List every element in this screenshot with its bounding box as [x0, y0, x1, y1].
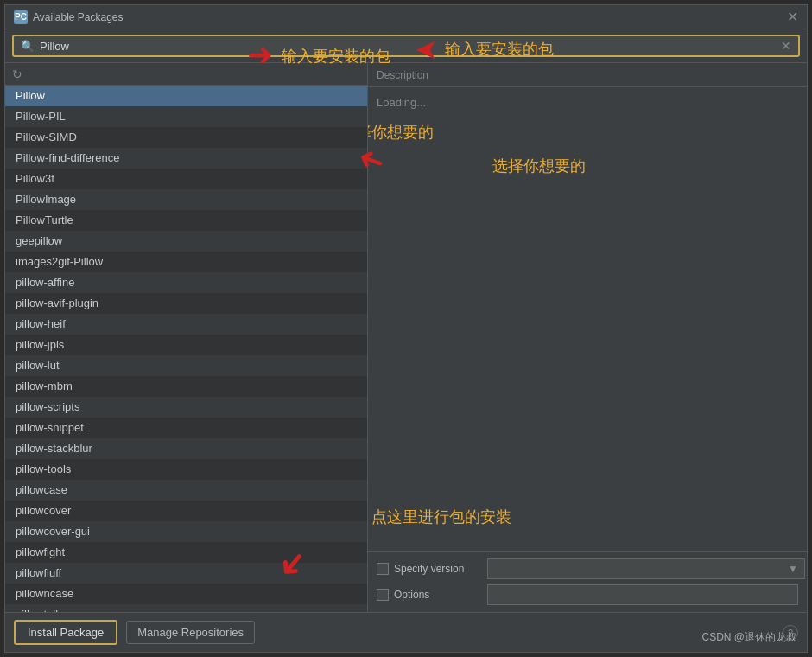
package-item[interactable]: Pillow3f [5, 169, 367, 189]
package-item[interactable]: Pillow [5, 86, 367, 106]
install-button[interactable]: Install Package [14, 620, 117, 645]
specify-version-label: Specify version [394, 563, 464, 575]
package-item[interactable]: pillowcover-gui [5, 521, 367, 542]
description-label: Description [377, 69, 428, 81]
footer: Install Package Manage Repositories ? [5, 612, 807, 652]
toolbar-row: ↻ [5, 63, 367, 86]
version-select-wrapper: ▼ [487, 558, 798, 579]
options-checkbox[interactable] [377, 589, 389, 601]
options-label: Options [394, 589, 429, 601]
package-item[interactable]: pillowcover [5, 501, 367, 521]
options-input[interactable] [487, 584, 798, 605]
manage-repositories-button[interactable]: Manage Repositories [126, 621, 255, 644]
search-bar: 🔍 ✕ [5, 29, 807, 63]
package-item[interactable]: pillow-affine [5, 272, 367, 293]
search-input[interactable] [40, 40, 781, 53]
package-item[interactable]: pillow-scripts [5, 397, 367, 418]
options-input-wrapper [487, 584, 798, 605]
package-item[interactable]: Pillow-SIMD [5, 127, 367, 148]
options-section: Specify version ▼ Options [368, 551, 807, 612]
refresh-icon[interactable]: ↻ [12, 67, 22, 81]
package-item[interactable]: pillow-mbm [5, 376, 367, 397]
search-icon: 🔍 [21, 40, 35, 53]
package-item[interactable]: pillow-heif [5, 314, 367, 335]
window-title: Available Packages [33, 11, 124, 23]
specify-version-checkbox[interactable] [377, 563, 389, 575]
package-item[interactable]: pillowcase [5, 480, 367, 501]
package-item[interactable]: PillowTurtle [5, 210, 367, 231]
package-item[interactable]: pillowfight [5, 542, 367, 563]
package-item[interactable]: pillow-stackblur [5, 438, 367, 459]
clear-icon[interactable]: ✕ [781, 39, 791, 53]
title-bar: PC Available Packages ✕ [5, 5, 807, 29]
close-button[interactable]: ✕ [787, 10, 798, 24]
package-item[interactable]: pillow-tools [5, 459, 367, 480]
app-icon: PC [14, 10, 28, 24]
title-bar-left: PC Available Packages [14, 10, 124, 24]
options-checkbox-wrapper: Options [377, 589, 480, 601]
loading-text: Loading... [377, 96, 426, 109]
content-area: ↻ PillowPillow-PILPillow-SIMDPillow-find… [5, 63, 807, 612]
package-item[interactable]: pillow-snippet [5, 418, 367, 438]
package-item[interactable]: geepillow [5, 231, 367, 252]
left-panel: ↻ PillowPillow-PILPillow-SIMDPillow-find… [5, 63, 368, 612]
package-item[interactable]: pillow-avif-plugin [5, 293, 367, 314]
version-select[interactable] [487, 558, 805, 579]
package-item[interactable]: pillow-lut [5, 355, 367, 376]
select-hint-text: 选择你想要的 [368, 122, 434, 143]
package-item[interactable]: Pillow-find-difference [5, 148, 367, 169]
main-window: PC Available Packages ✕ 🔍 ✕ ➜ 输入要安装的包 ↻ … [4, 4, 808, 653]
options-row: Options [377, 584, 798, 605]
watermark: CSDN @退休的龙叔 [701, 630, 796, 645]
package-item[interactable]: pillowfluff [5, 563, 367, 584]
package-list: PillowPillow-PILPillow-SIMDPillow-find-d… [5, 86, 367, 612]
specify-version-row: Specify version ▼ [377, 558, 798, 579]
package-item[interactable]: pillowncase [5, 584, 367, 604]
description-header: Description [368, 63, 807, 87]
package-item[interactable]: pillow-jpls [5, 335, 367, 355]
select-hint-block: 选择你想要的 [368, 122, 434, 143]
right-panel: Description Loading... ➜ 选择你想要的 点这里进行包的安… [368, 63, 807, 612]
description-content: Loading... ➜ 选择你想要的 点这里进行包的安装 [368, 87, 807, 551]
specify-version-checkbox-wrapper: Specify version [377, 563, 480, 575]
search-wrapper: 🔍 ✕ [12, 35, 800, 57]
package-item[interactable]: images2gif-Pillow [5, 252, 367, 272]
package-item[interactable]: Pillow-PIL [5, 106, 367, 127]
package-item[interactable]: pillowtalk [5, 604, 367, 612]
package-item[interactable]: PillowImage [5, 189, 367, 210]
